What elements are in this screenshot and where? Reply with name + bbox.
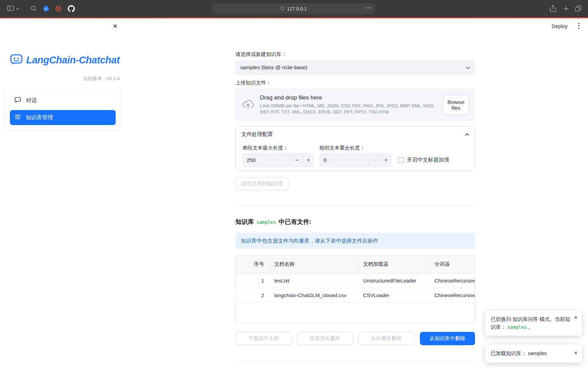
max-length-input[interactable]: 250 − + [242, 153, 314, 167]
kb-name-code: samples [257, 219, 276, 225]
chevron-down-icon [466, 64, 470, 71]
main-content: 请选择或新建知识库： samples (faiss @ m3e-base) 上传… [235, 18, 475, 368]
column-separator [430, 261, 430, 268]
github-icon[interactable] [67, 5, 75, 12]
overlap-input[interactable]: 0 − + [319, 153, 392, 167]
nav-item-knowledge-base[interactable]: 知识库管理 [10, 110, 116, 125]
cell-loader: UnstructuredFileLoader [358, 278, 430, 283]
expander-header[interactable]: 文件处理配置 [236, 126, 475, 142]
divider [235, 205, 475, 206]
table-header-loader[interactable]: 文档加载器 [358, 261, 430, 267]
kb-select-label: 请选择或新建知识库： [235, 51, 475, 58]
plus-icon[interactable]: + [303, 153, 314, 167]
max-length-value[interactable]: 250 [242, 153, 291, 167]
dropzone-texts: Drag and drop files here Limit 200MB per… [260, 94, 438, 115]
nav-item-dialogue[interactable]: 对话 [10, 93, 116, 108]
cell-loader: CSVLoader [358, 292, 430, 298]
page-settings-icon[interactable]: ⋯ [365, 4, 371, 11]
add-files-button[interactable]: 添加文件到知识库 [235, 177, 289, 190]
table-header-name[interactable]: 文档名称 [270, 261, 358, 267]
table-row[interactable]: 1 test.txt UnstructuredFileLoader Chines… [236, 273, 475, 288]
file-dropzone[interactable]: Drag and drop files here Limit 200MB per… [235, 89, 475, 121]
table-header-splitter[interactable]: 分词器 [430, 261, 475, 267]
cloud-upload-icon [242, 98, 255, 111]
chevron-up-icon [465, 131, 469, 137]
toast-mode-switched: 已切换到 知识库问答 模式。当前知识库： samples 。 ✕ [485, 311, 582, 336]
close-icon[interactable]: ✕ [574, 350, 578, 356]
cell-index: 2 [236, 292, 270, 298]
url-bar[interactable]: 127.0.0.1 ⋯ [212, 3, 375, 14]
upload-label: 上传知识文件： [235, 80, 475, 86]
column-separator [358, 261, 359, 268]
shield-icon [280, 6, 284, 12]
minus-icon[interactable]: − [291, 153, 303, 167]
cell-splitter: ChineseRecursiveT [430, 292, 475, 298]
logo-chat-icon [10, 52, 23, 67]
divider [235, 362, 475, 362]
files-table: 序号 文档名称 文档加载器 分词器 1 test.txt Unstructure… [235, 255, 475, 324]
overlap-value[interactable]: 0 [319, 153, 369, 167]
expander-body: 单段文本最大长度： 相邻文本重合长度： 250 − + 0 − + 开启中文标题… [236, 142, 475, 171]
sidebar-toggle-icon[interactable] [7, 5, 14, 12]
checkbox-label: 开启中文标题加强 [407, 156, 449, 164]
app-icon-blue[interactable] [42, 5, 50, 12]
toast-text-suffix: 。 [528, 324, 533, 330]
nav-menu: 对话 知识库管理 [6, 89, 120, 129]
chevron-down-icon[interactable] [16, 5, 20, 12]
search-icon[interactable] [30, 5, 37, 12]
kb-selectbox-value: samples (faiss @ m3e-base) [240, 64, 466, 71]
expander-title: 文件处理配置 [241, 131, 465, 138]
nav-item-label: 对话 [26, 97, 37, 104]
table-header-row: 序号 文档名称 文档加载器 分词器 [236, 256, 475, 273]
version-caption: 当前版本：v0.2.4 [83, 76, 120, 82]
overlap-label: 相邻文本重合长度： [319, 145, 365, 151]
table-row[interactable]: 2 langchain-ChatGLM_closed.csv CSVLoader… [236, 288, 475, 303]
deploy-button[interactable]: Deploy [552, 23, 568, 29]
toast-text: 已加载知识库： samples [491, 350, 547, 357]
minus-icon[interactable]: − [369, 153, 380, 167]
screen: 127.0.0.1 ⋯ Deploy ✕ LangChain-Chatchat … [0, 0, 588, 368]
sidebar-close-icon[interactable]: ✕ [113, 22, 118, 30]
cell-index: 1 [236, 278, 270, 283]
checkbox-unchecked-icon[interactable] [398, 157, 404, 163]
app-icon-orange[interactable] [54, 5, 62, 12]
toast-kb-loaded: 已加载知识库： samples ✕ [485, 344, 582, 363]
kb-selectbox[interactable]: samples (faiss @ m3e-base) [235, 60, 475, 75]
sidebar: ✕ LangChain-Chatchat 当前版本：v0.2.4 对话 知识库管… [0, 18, 125, 368]
cell-name: langchain-ChatGLM_closed.csv [270, 292, 358, 298]
cell-splitter: ChineseRecursiveT [430, 278, 475, 283]
logo-text: LangChain-Chatchat [26, 55, 120, 66]
action-buttons: 下载选中文档 添加至向量库 从向量库删除 从知识库中删除 [235, 332, 475, 345]
kb-files-heading: 知识库 samples 中已有文件: [235, 218, 475, 226]
app-header: Deploy [552, 22, 582, 29]
cell-name: test.txt [270, 278, 358, 283]
browser-toolbar: 127.0.0.1 ⋯ [0, 0, 588, 17]
logo: LangChain-Chatchat [10, 52, 120, 67]
browse-files-button[interactable]: Browse files [443, 95, 469, 115]
title-enhance-checkbox-row[interactable]: 开启中文标题加强 [398, 156, 449, 164]
download-selected-button[interactable]: 下载选中文档 [235, 332, 292, 345]
toast-kb-code: samples [507, 324, 527, 330]
add-to-vector-button[interactable]: 添加至向量库 [297, 332, 353, 345]
max-length-label: 单段文本最大长度： [242, 145, 288, 151]
plus-icon[interactable]: + [380, 153, 392, 167]
delete-from-vector-button[interactable]: 从向量库删除 [358, 332, 414, 345]
share-icon[interactable] [549, 5, 557, 12]
dropzone-hint: Limit 200MB per file • HTML, MD, JSON, C… [260, 103, 438, 115]
file-config-expander: 文件处理配置 单段文本最大长度： 相邻文本重合长度： 250 − + 0 − + [235, 126, 475, 171]
url-text: 127.0.0.1 [287, 6, 307, 12]
nav-item-label: 知识库管理 [26, 114, 53, 121]
chat-bubble-icon [14, 96, 21, 105]
column-separator [270, 261, 270, 268]
tab-overview-icon[interactable] [574, 5, 582, 12]
dropzone-title: Drag and drop files here [260, 94, 438, 101]
table-header-index[interactable]: 序号 [236, 261, 270, 267]
heading-suffix: 中已有文件: [279, 218, 311, 226]
main-menu-icon[interactable] [576, 22, 582, 29]
new-tab-icon[interactable] [562, 5, 570, 12]
heading-prefix: 知识库 [235, 218, 254, 226]
info-alert: 知识库中包含源文件与向量库，请从下表中选择文件后操作 [235, 233, 475, 249]
knowledge-base-icon [14, 113, 21, 122]
delete-from-kb-button[interactable]: 从知识库中删除 [420, 332, 475, 345]
close-icon[interactable]: ✕ [574, 314, 578, 322]
